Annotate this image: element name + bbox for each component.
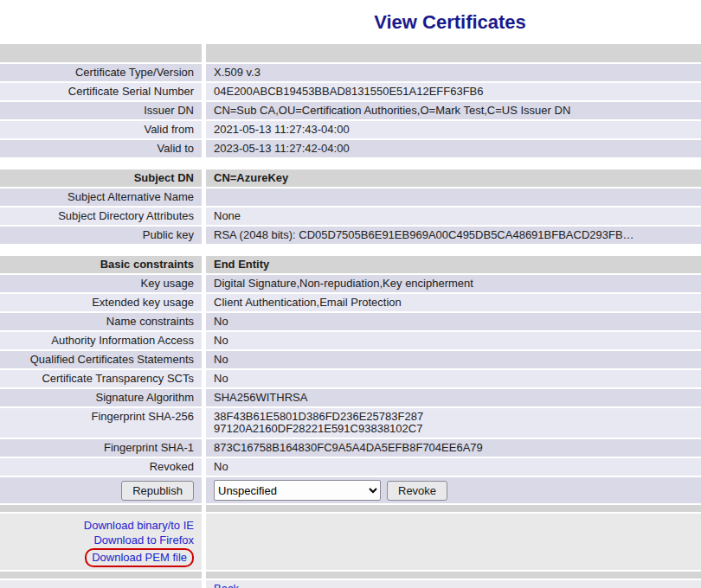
issuer-dn-row: Issuer DN CN=Sub CA,OU=Certification Aut… [0, 102, 701, 119]
back-row: Back [0, 580, 701, 588]
separator-cell [206, 505, 701, 512]
issuer-dn-value: CN=Sub CA,OU=Certification Authorities,O… [206, 102, 701, 119]
fingerprint-sha256-value: 38F43B61E5801D386FD236E25783F287 97120A2… [206, 408, 701, 438]
certificate-serial-number-row: Certificate Serial Number 04E200ABCB1945… [0, 83, 701, 100]
revoked-row: Revoked No [0, 458, 701, 476]
extended-key-usage-value: Client Authentication,Email Protection [206, 294, 701, 311]
valid-from-row: Valid from 2021-05-13 11:27:43-04:00 [0, 121, 701, 138]
subject-dn-label: Subject DN [0, 169, 202, 187]
subject-dn-header-row: Subject DN CN=AzureKey [0, 169, 701, 187]
extended-key-usage-row: Extended key usage Client Authentication… [0, 294, 701, 311]
revocation-reason-select[interactable]: Unspecified [214, 480, 381, 501]
page-title: View Certificates [199, 11, 701, 34]
revoke-cell: Unspecified Revoke [206, 477, 701, 503]
download-links-row: Download binary/to IE Download to Firefo… [0, 514, 701, 570]
name-constraints-label: Name constraints [0, 313, 202, 330]
public-key-value: RSA (2048 bits): CD05D7505B6E91EB969A00C… [206, 227, 701, 244]
qualified-certificates-statements-row: Qualified Certificates Statements No [0, 351, 701, 368]
pem-highlight-ring: Download PEM file [85, 548, 194, 567]
page-header: View Certificates [0, 0, 701, 44]
valid-from-value: 2021-05-13 11:27:43-04:00 [206, 121, 701, 138]
republish-cell: Republish [0, 477, 202, 503]
subject-alternative-name-label: Subject Alternative Name [0, 189, 202, 206]
certificate-transparency-scts-label: Certificate Transparency SCTs [0, 370, 202, 387]
valid-to-label: Valid to [0, 140, 202, 157]
basic-constraints-value: End Entity [206, 256, 701, 273]
back-empty-cell [0, 580, 202, 588]
subject-directory-attributes-row: Subject Directory Attributes None [0, 208, 701, 225]
valid-to-row: Valid to 2023-05-13 11:27:42-04:00 [0, 140, 701, 157]
issuer-dn-label: Issuer DN [0, 102, 202, 119]
download-binary-ie-link[interactable]: Download binary/to IE [84, 519, 194, 532]
extended-key-usage-label: Extended key usage [0, 294, 202, 311]
authority-information-access-label: Authority Information Access [0, 332, 202, 349]
authority-information-access-value: No [206, 332, 701, 349]
separator-cell [0, 44, 202, 62]
basic-constraints-header-row: Basic constraints End Entity [0, 256, 701, 273]
separator-top-row [0, 44, 701, 62]
separator-row [0, 505, 701, 512]
separator-cell [0, 572, 202, 578]
public-key-row: Public key RSA (2048 bits): CD05D7505B6E… [0, 227, 701, 244]
public-key-label: Public key [0, 227, 202, 244]
key-usage-value: Digital Signature,Non-repudiation,Key en… [206, 275, 701, 292]
revoke-button[interactable]: Revoke [387, 481, 447, 501]
certificate-serial-number-label: Certificate Serial Number [0, 83, 202, 100]
fingerprint-sha256-row: Fingerprint SHA-256 38F43B61E5801D386FD2… [0, 408, 701, 438]
key-usage-row: Key usage Digital Signature,Non-repudiat… [0, 275, 701, 292]
actions-row: Republish Unspecified Revoke [0, 477, 701, 503]
qualified-certificates-statements-value: No [206, 351, 701, 368]
signature-algorithm-row: Signature Algorithm SHA256WITHRSA [0, 389, 701, 406]
revoked-value: No [206, 458, 701, 476]
name-constraints-value: No [206, 313, 701, 330]
certificate-details-table: Certificate Type/Version X.509 v.3 Certi… [0, 44, 701, 588]
certificate-transparency-scts-row: Certificate Transparency SCTs No [0, 370, 701, 387]
republish-button[interactable]: Republish [121, 481, 194, 501]
fingerprint-sha256-label: Fingerprint SHA-256 [0, 408, 202, 438]
subject-directory-attributes-label: Subject Directory Attributes [0, 208, 202, 225]
valid-to-value: 2023-05-13 11:27:42-04:00 [206, 140, 701, 157]
back-cell: Back [206, 580, 701, 588]
back-link[interactable]: Back [214, 582, 239, 588]
key-usage-label: Key usage [0, 275, 202, 292]
revoked-label: Revoked [0, 458, 202, 476]
authority-information-access-row: Authority Information Access No [0, 332, 701, 349]
separator-row-2 [0, 572, 701, 578]
certificate-type-version-row: Certificate Type/Version X.509 v.3 [0, 64, 701, 81]
subject-dn-value: CN=AzureKey [206, 169, 701, 187]
subject-alternative-name-value [206, 189, 701, 206]
qualified-certificates-statements-label: Qualified Certificates Statements [0, 351, 202, 368]
fingerprint-sha1-value: 873C16758B164830FC9A5A4DA5EFB8F704EE6A79 [206, 439, 701, 457]
subject-alternative-name-row: Subject Alternative Name [0, 189, 701, 206]
separator-cell [206, 44, 701, 62]
valid-from-label: Valid from [0, 121, 202, 138]
subject-directory-attributes-value: None [206, 208, 701, 225]
view-certificates-page: View Certificates Certificate Type/Versi… [0, 0, 701, 588]
signature-algorithm-value: SHA256WITHRSA [206, 389, 701, 406]
basic-constraints-label: Basic constraints [0, 256, 202, 273]
name-constraints-row: Name constraints No [0, 313, 701, 330]
signature-algorithm-label: Signature Algorithm [0, 389, 202, 406]
certificate-type-version-label: Certificate Type/Version [0, 64, 202, 81]
certificate-serial-number-value: 04E200ABCB19453BBAD8131550E51A12EFF63FB6 [206, 83, 701, 100]
download-links-empty-cell [206, 514, 701, 570]
certificate-type-version-value: X.509 v.3 [206, 64, 701, 81]
download-links-cell: Download binary/to IE Download to Firefo… [0, 514, 202, 570]
separator-cell [0, 505, 202, 512]
fingerprint-sha1-label: Fingerprint SHA-1 [0, 439, 202, 457]
download-pem-link[interactable]: Download PEM file [92, 551, 187, 564]
fingerprint-sha1-row: Fingerprint SHA-1 873C16758B164830FC9A5A… [0, 439, 701, 457]
certificate-transparency-scts-value: No [206, 370, 701, 387]
download-firefox-link[interactable]: Download to Firefox [93, 534, 194, 546]
separator-cell [206, 572, 701, 578]
